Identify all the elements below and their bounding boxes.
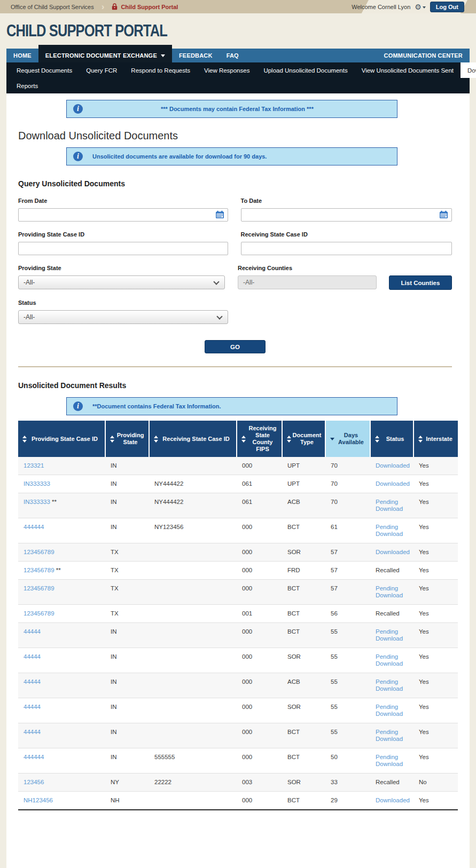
- case-id-link[interactable]: 44444: [24, 628, 41, 635]
- case-id-link[interactable]: 123456789: [24, 610, 54, 617]
- gear-caret-icon: [423, 6, 426, 9]
- nav-item-home[interactable]: HOME: [6, 49, 38, 62]
- status-link[interactable]: Pending Download: [376, 524, 403, 537]
- status-link[interactable]: Pending Download: [376, 704, 403, 717]
- case-id-link[interactable]: 123456: [24, 779, 44, 785]
- status-link[interactable]: Pending Download: [376, 754, 403, 767]
- table-row: 123456NY22222003SOR33RecalledNo: [18, 774, 458, 792]
- subnav-item-request-documents[interactable]: Request Documents: [10, 62, 79, 78]
- column-header-status[interactable]: Status: [370, 421, 413, 457]
- nav-item-faq[interactable]: FAQ: [220, 49, 246, 62]
- column-header-label: Providing State Case ID: [27, 436, 103, 443]
- status-link[interactable]: Pending Download: [376, 729, 403, 742]
- providing-case-id-label: Providing State Case ID: [18, 231, 228, 238]
- sort-both-icon[interactable]: [287, 436, 291, 443]
- case-id-link[interactable]: 444444: [24, 754, 44, 760]
- case-id-link[interactable]: 44444: [24, 678, 41, 685]
- providing-case-id-input[interactable]: [18, 242, 228, 255]
- subnav-item-view-unsolicited-documents-sent[interactable]: View Unsolicited Documents Sent: [355, 62, 461, 78]
- settings-gear-icon[interactable]: ⚙: [415, 3, 426, 11]
- query-section-heading: Query Unsolicited Documents: [18, 179, 452, 188]
- days-available-cell: 55: [325, 673, 370, 698]
- column-header-providing-state[interactable]: Providing State: [105, 421, 149, 457]
- providing-state-label: Providing State: [18, 265, 225, 271]
- from-date-input[interactable]: [18, 208, 228, 222]
- fips-cell: 000: [237, 792, 282, 810]
- table-row: NH123456NH000BCT29DownloadedYes: [18, 792, 458, 810]
- receiving-case-id-cell: [149, 580, 237, 605]
- lock-icon: [112, 3, 118, 10]
- interstate-cell: No: [413, 774, 458, 792]
- column-header-interstate[interactable]: Interstate: [413, 421, 458, 457]
- sort-both-icon[interactable]: [22, 436, 27, 443]
- breadcrumb-office[interactable]: Office of Child Support Services: [11, 4, 94, 10]
- status-link[interactable]: Pending Download: [376, 678, 403, 692]
- status-link[interactable]: Pending Download: [376, 585, 403, 598]
- days-available-cell: 55: [325, 723, 370, 748]
- case-id-link[interactable]: 123456789: [24, 567, 54, 573]
- column-header-receiving-state-case-id[interactable]: Receiving State Case ID: [149, 421, 237, 457]
- interstate-cell: Yes: [413, 748, 458, 774]
- providing-state-cell: TX: [105, 543, 149, 562]
- case-id-link[interactable]: 44444: [24, 653, 41, 660]
- subnav-item-view-responses[interactable]: View Responses: [197, 62, 256, 78]
- document-type-cell: BCT: [282, 580, 325, 605]
- logout-button[interactable]: Log Out: [430, 2, 464, 12]
- receiving-case-id-input[interactable]: [241, 242, 452, 255]
- sort-both-icon[interactable]: [375, 436, 379, 443]
- status-link[interactable]: Downloaded: [376, 549, 410, 555]
- top-bar-user-area: Welcome Cornell Lyon ⚙ Log Out: [352, 0, 464, 13]
- case-id-link[interactable]: 444444: [24, 524, 44, 530]
- status-link[interactable]: Pending Download: [376, 499, 403, 512]
- subnav-item-download-unsolicited-documents[interactable]: Download Unsolicited Documents: [461, 62, 476, 78]
- nav-item-electronic-document-exchange[interactable]: ELECTRONIC DOCUMENT EXCHANGE: [38, 45, 172, 62]
- subnav-item-upload-unsolicited-documents[interactable]: Upload Unsolicited Documents: [256, 62, 354, 78]
- column-header-document-type[interactable]: Document Type: [282, 421, 325, 457]
- sort-both-icon[interactable]: [154, 436, 158, 443]
- status-link[interactable]: Downloaded: [376, 462, 410, 469]
- sort-both-icon[interactable]: [241, 436, 246, 443]
- case-id-link[interactable]: 123321: [24, 462, 44, 469]
- receiving-case-id-cell: [149, 792, 237, 810]
- receiving-case-id-cell: [149, 698, 237, 723]
- sort-desc-icon[interactable]: [330, 438, 334, 440]
- column-header-days-available[interactable]: Days Available: [325, 421, 370, 457]
- case-id-link[interactable]: 123456789: [24, 585, 54, 591]
- to-date-input[interactable]: [241, 208, 452, 222]
- case-id-link[interactable]: 123456789: [24, 549, 54, 555]
- days-available-cell: 61: [325, 518, 370, 543]
- subnav-item-respond-to-requests[interactable]: Respond to Requests: [124, 62, 197, 78]
- column-header-providing-state-case-id[interactable]: Providing State Case ID: [18, 421, 105, 457]
- status-link[interactable]: Downloaded: [376, 797, 410, 803]
- status-select[interactable]: -All-: [18, 310, 228, 324]
- breadcrumb-portal-label: Child Support Portal: [121, 4, 178, 10]
- status-link[interactable]: Downloaded: [376, 480, 410, 487]
- status-link[interactable]: Pending Download: [376, 628, 403, 642]
- calendar-icon[interactable]: [215, 210, 224, 220]
- calendar-icon[interactable]: [439, 210, 448, 220]
- nav-item-communication-center[interactable]: COMMUNICATION CENTER: [377, 49, 470, 62]
- case-id-link[interactable]: IN333333: [24, 499, 50, 505]
- document-type-cell: BCT: [282, 723, 325, 748]
- fips-cell: 000: [237, 562, 282, 580]
- subnav-item-reports[interactable]: Reports: [10, 78, 45, 93]
- nav-item-feedback[interactable]: FEEDBACK: [172, 49, 220, 62]
- column-header-label: Days Available: [334, 432, 368, 446]
- list-counties-button[interactable]: List Counties: [389, 275, 452, 290]
- case-id-link[interactable]: IN333333: [24, 480, 50, 487]
- subnav-item-query-fcr[interactable]: Query FCR: [79, 62, 124, 78]
- case-id-link[interactable]: 44444: [24, 729, 41, 735]
- sort-both-icon[interactable]: [110, 436, 114, 443]
- column-header-label: Interstate: [423, 436, 456, 443]
- go-button[interactable]: GO: [205, 340, 266, 353]
- days-available-cell: 55: [325, 648, 370, 673]
- info-icon: i: [73, 401, 83, 411]
- column-header-receiving-state-county-fips[interactable]: Receiving State County FIPS: [237, 421, 282, 457]
- providing-state-select[interactable]: -All-: [18, 275, 225, 289]
- document-type-cell: FRD: [282, 562, 325, 580]
- sort-both-icon[interactable]: [418, 436, 423, 443]
- case-id-link[interactable]: NH123456: [24, 797, 53, 803]
- days-available-cell: 56: [325, 605, 370, 623]
- case-id-link[interactable]: 44444: [24, 704, 41, 710]
- status-link[interactable]: Pending Download: [376, 653, 403, 667]
